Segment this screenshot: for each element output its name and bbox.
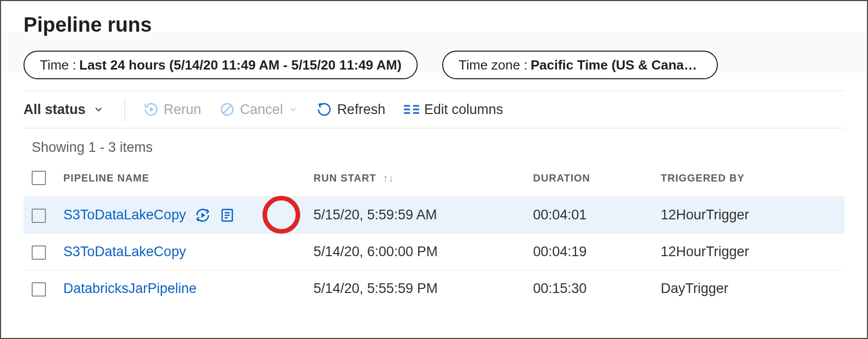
chevron-down-icon: [93, 104, 104, 115]
duration-cell: 00:15:30: [529, 270, 657, 307]
pipeline-name-cell: S3ToDataLakeCopy: [59, 234, 309, 270]
chevron-down-icon: [288, 104, 298, 115]
refresh-button[interactable]: Refresh: [315, 100, 388, 120]
header-duration[interactable]: Duration: [529, 164, 657, 197]
header-triggered-by[interactable]: Triggered by: [657, 164, 845, 197]
rerun-label: Rerun: [164, 102, 202, 118]
status-filter-label: All status: [23, 102, 86, 118]
run-start-cell: 5/14/20, 6:00:00 PM: [309, 234, 529, 270]
row-checkbox-cell: [23, 234, 59, 270]
annotation-highlight: [262, 196, 300, 234]
pipeline-name-link[interactable]: S3ToDataLakeCopy: [63, 244, 186, 260]
row-checkbox-cell: [23, 197, 59, 234]
pipeline-name-cell: DatabricksJarPipeline: [59, 270, 309, 307]
pipeline-name-link[interactable]: DatabricksJarPipeline: [63, 281, 197, 297]
pipeline-name-link[interactable]: S3ToDataLakeCopy: [63, 207, 186, 223]
edit-columns-button[interactable]: Edit columns: [402, 100, 505, 120]
edit-columns-label: Edit columns: [424, 102, 503, 118]
run-start-cell: 5/14/20, 5:55:59 PM: [309, 270, 529, 307]
refresh-icon: [317, 102, 332, 117]
row-checkbox[interactable]: [32, 282, 46, 297]
time-filter-value: Last 24 hours (5/14/20 11:49 AM - 5/15/2…: [79, 57, 401, 73]
header-checkbox-cell: [23, 164, 59, 197]
rerun-button: Rerun: [141, 100, 204, 120]
table-row[interactable]: S3ToDataLakeCopy5/15/20, 5:59:59 AM00:04…: [23, 197, 845, 234]
filter-row: Time : Last 24 hours (5/14/20 11:49 AM -…: [23, 51, 845, 79]
triggered-by-cell: 12HourTrigger: [657, 197, 845, 234]
time-filter-prefix: Time :: [40, 57, 76, 73]
row-checkbox[interactable]: [32, 245, 46, 260]
table-row[interactable]: S3ToDataLakeCopy5/14/20, 6:00:00 PM00:04…: [23, 234, 845, 270]
select-all-checkbox[interactable]: [32, 171, 46, 185]
duration-cell: 00:04:01: [529, 197, 657, 234]
page-title: Pipeline runs: [23, 13, 845, 36]
pipeline-name-cell: S3ToDataLakeCopy: [59, 197, 309, 234]
toolbar: All status Rerun Cancel: [23, 91, 845, 128]
cancel-label: Cancel: [240, 102, 283, 118]
row-checkbox-cell: [23, 270, 59, 307]
status-filter-dropdown[interactable]: All status: [23, 102, 110, 118]
columns-icon: [404, 104, 419, 115]
timezone-filter-value: Pacific Time (US & Canada) (UT...: [531, 57, 702, 73]
svg-marker-9: [202, 213, 206, 218]
header-pipeline-name[interactable]: Pipeline name: [59, 164, 309, 197]
header-run-start[interactable]: Run start ↑↓: [309, 164, 529, 197]
sort-icon: ↑↓: [383, 172, 394, 184]
triggered-by-cell: DayTrigger: [657, 270, 845, 307]
table-header-row: Pipeline name Run start ↑↓ Duration Trig…: [23, 164, 845, 197]
pipeline-runs-table: Pipeline name Run start ↑↓ Duration Trig…: [23, 164, 845, 307]
result-count-label: Showing 1 - 3 items: [32, 140, 845, 155]
row-checkbox[interactable]: [32, 209, 46, 223]
rerun-row-icon[interactable]: [195, 208, 210, 223]
svg-marker-0: [150, 107, 154, 112]
duration-cell: 00:04:19: [529, 234, 657, 270]
consumption-report-icon[interactable]: [220, 208, 235, 223]
table-row[interactable]: DatabricksJarPipeline5/14/20, 5:55:59 PM…: [23, 270, 845, 307]
cancel-icon: [220, 102, 235, 117]
time-filter-pill[interactable]: Time : Last 24 hours (5/14/20 11:49 AM -…: [23, 51, 418, 79]
pipeline-runs-panel: Pipeline runs Time : Last 24 hours (5/14…: [0, 0, 868, 339]
cancel-button: Cancel: [218, 100, 300, 120]
toolbar-divider: [125, 98, 125, 121]
svg-line-2: [224, 106, 231, 114]
timezone-filter-pill[interactable]: Time zone : Pacific Time (US & Canada) (…: [442, 51, 718, 79]
run-start-cell: 5/15/20, 5:59:59 AM: [309, 197, 529, 234]
timezone-filter-prefix: Time zone :: [459, 57, 527, 73]
rerun-icon: [143, 102, 159, 117]
header-run-start-label: Run start: [314, 172, 376, 184]
refresh-label: Refresh: [337, 102, 385, 118]
triggered-by-cell: 12HourTrigger: [657, 234, 845, 270]
